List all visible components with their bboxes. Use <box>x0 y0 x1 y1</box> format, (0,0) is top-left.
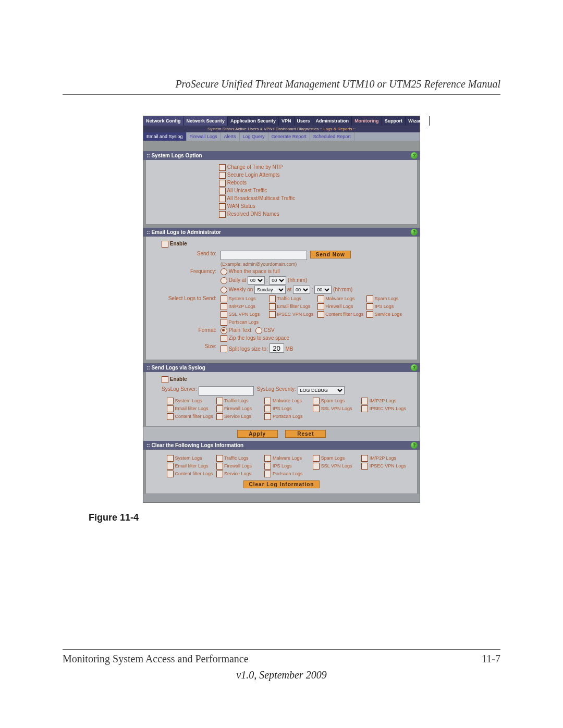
log-option[interactable]: Service Logs <box>366 311 412 318</box>
send-to-input[interactable] <box>221 251 307 260</box>
reset-button[interactable]: Reset <box>285 430 326 438</box>
checkbox-icon[interactable] <box>264 413 271 420</box>
checkbox-icon[interactable] <box>221 319 227 326</box>
radio-space-full[interactable] <box>221 268 227 275</box>
checkbox-icon[interactable] <box>313 463 320 470</box>
log-option[interactable]: Malware Logs <box>264 455 310 462</box>
log-option[interactable]: Portscan Logs <box>221 319 266 326</box>
checkbox-icon[interactable] <box>221 303 227 310</box>
clear-log-info-button[interactable]: Clear Log Information <box>243 480 320 488</box>
log-option[interactable]: Firewall Logs <box>216 463 262 470</box>
checkbox-icon[interactable] <box>313 405 320 412</box>
checkbox-icon[interactable] <box>221 295 227 302</box>
subtab-generate-report[interactable]: Generate Report <box>268 132 310 141</box>
checkbox-icon[interactable] <box>264 405 271 412</box>
subtab-log-query[interactable]: Log Query <box>240 132 268 141</box>
checkbox-icon[interactable] <box>313 398 320 404</box>
tab-support[interactable]: Support <box>382 116 406 126</box>
checkbox-broadcast[interactable] <box>219 195 226 202</box>
checkbox-icon[interactable] <box>216 455 223 462</box>
checkbox-icon[interactable] <box>167 398 174 404</box>
checkbox-unicast[interactable] <box>219 188 226 194</box>
checkbox-icon[interactable] <box>167 463 174 470</box>
log-option[interactable]: Content filter Logs <box>167 413 213 420</box>
checkbox-icon[interactable] <box>264 471 271 477</box>
checkbox-icon[interactable] <box>366 295 373 302</box>
log-option[interactable]: Traffic Logs <box>216 455 262 462</box>
tab-vpn[interactable]: VPN <box>279 116 295 126</box>
checkbox-icon[interactable] <box>216 398 223 404</box>
checkbox-icon[interactable] <box>366 303 373 310</box>
checkbox-reboots[interactable] <box>219 180 226 187</box>
checkbox-wan-status[interactable] <box>219 203 226 210</box>
weekly-mm[interactable]: 00 <box>314 286 332 294</box>
daily-mm[interactable]: 00 <box>269 276 286 285</box>
checkbox-icon[interactable] <box>313 455 320 462</box>
tab-app-security[interactable]: Application Security <box>228 116 279 126</box>
checkbox-dns[interactable] <box>219 211 226 218</box>
log-option[interactable]: Malware Logs <box>317 295 364 302</box>
weekly-day[interactable]: Sunday <box>254 286 286 294</box>
log-option[interactable]: Email filter Logs <box>167 463 213 470</box>
log-option[interactable]: Malware Logs <box>264 398 310 404</box>
help-icon[interactable]: ? <box>411 442 418 449</box>
checkbox-secure-login[interactable] <box>219 172 226 179</box>
checkbox-icon[interactable] <box>216 413 223 420</box>
checkbox-icon[interactable] <box>269 303 276 310</box>
checkbox-split[interactable] <box>221 346 227 352</box>
apply-button[interactable]: Apply <box>237 430 278 438</box>
log-option[interactable]: IPSEC VPN Logs <box>361 405 407 412</box>
log-option[interactable]: SSL VPN Logs <box>313 405 358 412</box>
log-option[interactable]: System Logs <box>167 455 213 462</box>
help-icon[interactable]: ? <box>411 364 418 371</box>
help-icon[interactable]: ? <box>411 229 418 236</box>
log-option[interactable]: Content filter Logs <box>317 311 364 318</box>
checkbox-icon[interactable] <box>167 471 174 477</box>
checkbox-enable-email[interactable] <box>162 241 168 248</box>
checkbox-icon[interactable] <box>264 398 271 404</box>
log-option[interactable]: SSL VPN Logs <box>221 311 266 318</box>
checkbox-icon[interactable] <box>269 295 276 302</box>
log-option[interactable]: Content filter Logs <box>167 471 213 477</box>
checkbox-ntp[interactable] <box>219 164 226 171</box>
checkbox-icon[interactable] <box>317 311 324 318</box>
checkbox-icon[interactable] <box>167 405 174 412</box>
subtab-email-syslog[interactable]: Email and Syslog <box>143 132 187 141</box>
log-option[interactable]: Email filter Logs <box>269 303 314 310</box>
log-option[interactable]: SSL VPN Logs <box>313 463 358 470</box>
tab-network-security[interactable]: Network Security <box>184 116 228 126</box>
syslog-server-input[interactable] <box>199 386 254 396</box>
daily-hh[interactable]: 00 <box>248 276 265 285</box>
checkbox-icon[interactable] <box>216 471 223 477</box>
checkbox-icon[interactable] <box>264 463 271 470</box>
log-option[interactable]: Spam Logs <box>313 398 358 404</box>
tab-network-config[interactable]: Network Config <box>143 116 184 126</box>
syslog-severity-select[interactable]: LOG DEBUG <box>298 386 345 394</box>
log-option[interactable]: Firewall Logs <box>317 303 364 310</box>
log-option[interactable]: Spam Logs <box>366 295 412 302</box>
log-option[interactable]: Service Logs <box>216 413 262 420</box>
subtab-alerts[interactable]: Alerts <box>221 132 240 141</box>
checkbox-icon[interactable] <box>221 311 227 318</box>
radio-daily[interactable] <box>221 277 227 284</box>
subtab-firewall-logs[interactable]: Firewall Logs <box>187 132 221 141</box>
tab-admin[interactable]: Administration <box>313 116 352 126</box>
log-option[interactable]: Spam Logs <box>313 455 358 462</box>
checkbox-icon[interactable] <box>361 455 368 462</box>
log-option[interactable]: Email filter Logs <box>167 405 213 412</box>
checkbox-enable-syslog[interactable] <box>162 376 168 383</box>
radio-csv[interactable] <box>255 327 262 334</box>
checkbox-icon[interactable] <box>264 455 271 462</box>
log-option[interactable]: IPS Logs <box>366 303 412 310</box>
split-size-input[interactable] <box>270 343 284 353</box>
tab-users[interactable]: Users <box>295 116 313 126</box>
subtab-scheduled-report[interactable]: Scheduled Report <box>310 132 354 141</box>
send-now-button[interactable]: Send Now <box>310 251 351 258</box>
checkbox-icon[interactable] <box>269 311 276 318</box>
radio-plain-text[interactable] <box>221 327 227 334</box>
checkbox-zip[interactable] <box>221 335 227 342</box>
log-option[interactable]: IM/P2P Logs <box>221 303 266 310</box>
checkbox-icon[interactable] <box>361 398 368 404</box>
log-option[interactable]: IM/P2P Logs <box>361 455 407 462</box>
checkbox-icon[interactable] <box>317 303 324 310</box>
